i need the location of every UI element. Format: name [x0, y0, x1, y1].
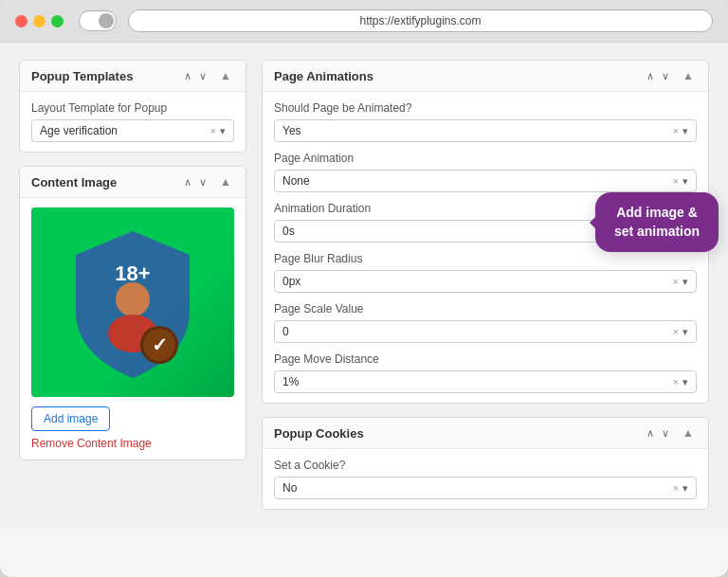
content-image-title: Content Image [31, 175, 117, 189]
browser-titlebar: https://extifyplugins.com [0, 0, 728, 43]
field-value-1: None [282, 174, 673, 188]
up-arrow-button-4[interactable]: ∧ [644, 426, 657, 441]
field-label-1: Page Animation [274, 152, 697, 165]
field-row-0: Should Page be Animated? Yes × ▾ [274, 101, 697, 142]
popup-cookies-controls: ∧ ∨ ▲ [644, 425, 697, 441]
cookie-value-0: No [282, 481, 673, 495]
field-value-3: 0px [282, 275, 673, 288]
sort-arrows-3: ∧ ∨ [644, 69, 672, 83]
field-label-3: Page Blur Radius [274, 252, 697, 265]
field-row-4: Page Scale Value 0 × ▾ [274, 302, 697, 343]
field-row-3: Page Blur Radius 0px × ▾ [274, 252, 697, 293]
field-label-5: Page Move Distance [274, 352, 697, 366]
layout-template-label: Layout Template for Popup [31, 101, 234, 115]
down-arrow-button-3[interactable]: ∨ [659, 69, 672, 83]
toggle-knob [99, 13, 114, 28]
svg-text:✓: ✓ [152, 334, 168, 355]
layout-template-value: Age verification [40, 124, 210, 137]
field-arrow-4: ▾ [682, 326, 688, 338]
left-column: Popup Templates ∧ ∨ ▲ Layout Template fo… [19, 60, 246, 510]
content-image-controls: ∧ ∨ ▲ [181, 174, 234, 189]
url-bar[interactable]: https://extifyplugins.com [128, 9, 713, 32]
down-arrow-button[interactable]: ∨ [196, 69, 209, 83]
up-arrow-button[interactable]: ∧ [181, 69, 194, 83]
down-arrow-button-4[interactable]: ∨ [659, 426, 672, 441]
popup-templates-title: Popup Templates [31, 69, 133, 83]
cookie-arrow-0: ▾ [682, 482, 688, 495]
cookie-field-label-0: Set a Cookie? [274, 459, 697, 472]
tooltip-text: Add image & set animation [614, 205, 700, 239]
popup-templates-controls: ∧ ∨ ▲ [181, 68, 234, 83]
field-clear-5[interactable]: × [673, 376, 679, 388]
close-button[interactable] [15, 15, 27, 27]
remove-image-link[interactable]: Remove Content Image [31, 437, 234, 450]
field-value-0: Yes [282, 124, 673, 137]
field-row-1: Page Animation None × ▾ [274, 152, 697, 192]
sort-arrows-4: ∧ ∨ [644, 426, 672, 441]
age-verification-illustration: 18+ ✓ [57, 222, 209, 383]
layout-template-clear[interactable]: × [210, 125, 216, 136]
sort-arrows: ∧ ∨ [181, 69, 209, 83]
tooltip-bubble: Add image & set animation [595, 192, 719, 252]
popup-templates-header: Popup Templates ∧ ∨ ▲ [20, 61, 246, 92]
pin-button-4[interactable]: ▲ [680, 425, 697, 441]
maximize-button[interactable] [51, 15, 64, 27]
field-label-4: Page Scale Value [274, 302, 697, 316]
right-column: Page Animations ∧ ∨ ▲ Should Page be Ani… [262, 60, 709, 510]
traffic-lights [15, 15, 64, 27]
pin-button[interactable]: ▲ [217, 68, 234, 83]
svg-text:18+: 18+ [115, 261, 150, 285]
field-select-1[interactable]: None × ▾ [274, 170, 697, 192]
page-animations-header: Page Animations ∧ ∨ ▲ [263, 61, 708, 92]
field-arrow-1: ▾ [682, 175, 688, 188]
field-row-5: Page Move Distance 1% × ▾ [274, 352, 697, 393]
field-clear-0[interactable]: × [673, 125, 679, 136]
field-value-4: 0 [282, 325, 673, 338]
field-select-3[interactable]: 0px × ▾ [274, 270, 697, 293]
field-select-4[interactable]: 0 × ▾ [274, 320, 697, 343]
field-label-0: Should Page be Animated? [274, 101, 697, 115]
browser-toggle[interactable] [79, 10, 117, 31]
popup-cookies-title: Popup Cookies [274, 426, 364, 441]
content-image-body: 18+ ✓ Add image Remove Content Image [20, 198, 246, 460]
popup-templates-panel: Popup Templates ∧ ∨ ▲ Layout Template fo… [19, 60, 246, 153]
up-arrow-button-2[interactable]: ∧ [181, 175, 194, 189]
content-image-panel: Content Image ∧ ∨ ▲ [19, 166, 246, 460]
field-clear-3[interactable]: × [673, 276, 679, 287]
pin-button-3[interactable]: ▲ [680, 68, 697, 83]
svg-point-1 [116, 282, 150, 316]
field-arrow-3: ▾ [682, 276, 688, 288]
field-value-5: 1% [282, 375, 673, 388]
browser-window: https://extifyplugins.com Popup Template… [0, 0, 728, 577]
sort-arrows-2: ∧ ∨ [181, 175, 209, 189]
content-image-header: Content Image ∧ ∨ ▲ [20, 167, 246, 198]
up-arrow-button-3[interactable]: ∧ [644, 69, 657, 83]
content-image-preview: 18+ ✓ [31, 207, 234, 397]
pin-button-2[interactable]: ▲ [217, 174, 234, 189]
page-animations-controls: ∧ ∨ ▲ [644, 68, 697, 83]
popup-cookies-panel: Popup Cookies ∧ ∨ ▲ Set a Cookie? No [262, 417, 709, 510]
popup-cookies-body: Set a Cookie? No × ▾ [263, 449, 708, 509]
layout-template-select[interactable]: Age verification × ▾ [31, 119, 234, 142]
add-image-button[interactable]: Add image [31, 406, 110, 431]
popup-templates-body: Layout Template for Popup Age verificati… [20, 92, 246, 152]
field-arrow-5: ▾ [682, 376, 688, 388]
field-clear-1[interactable]: × [673, 175, 679, 187]
cookie-select-0[interactable]: No × ▾ [274, 477, 697, 499]
down-arrow-button-2[interactable]: ∨ [196, 175, 209, 189]
field-select-0[interactable]: Yes × ▾ [274, 119, 697, 142]
field-clear-4[interactable]: × [673, 326, 679, 337]
cookie-field-row-0: Set a Cookie? No × ▾ [274, 459, 697, 499]
cookie-clear-0[interactable]: × [673, 482, 679, 494]
field-arrow-0: ▾ [682, 125, 688, 137]
minimize-button[interactable] [33, 15, 46, 27]
popup-cookies-header: Popup Cookies ∧ ∨ ▲ [263, 418, 708, 449]
browser-content: Popup Templates ∧ ∨ ▲ Layout Template fo… [0, 43, 728, 529]
layout-template-arrow: ▾ [220, 125, 226, 137]
field-select-5[interactable]: 1% × ▾ [274, 370, 697, 393]
page-animations-title: Page Animations [274, 69, 373, 83]
